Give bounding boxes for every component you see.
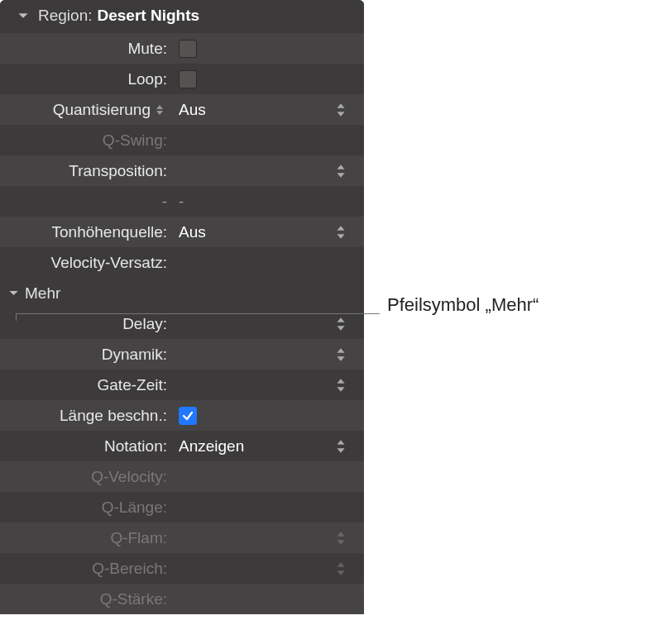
velocity-offset-label: Velocity-Versatz:	[0, 254, 174, 272]
clip-length-label: Länge beschn.:	[0, 407, 174, 425]
gate-stepper[interactable]	[336, 375, 349, 395]
pitchsource-stepper[interactable]	[336, 222, 349, 242]
callout-line-vertical	[16, 313, 17, 321]
row-dash: - -	[0, 186, 364, 217]
quantize-label: Quantisierung	[0, 101, 174, 119]
dynamik-stepper[interactable]	[336, 345, 349, 365]
row-loop: Loop:	[0, 64, 364, 94]
chevron-down-icon[interactable]	[15, 7, 31, 24]
transpose-label: Transposition:	[0, 162, 174, 180]
callout-text: Pfeilsymbol „Mehr“	[387, 294, 539, 316]
quantize-label-text: Quantisierung	[53, 101, 151, 119]
section-more[interactable]: Mehr	[0, 278, 364, 308]
region-prefix: Region:	[38, 7, 93, 25]
dynamik-label: Dynamik:	[0, 346, 174, 364]
loop-checkbox[interactable]	[179, 70, 197, 88]
clip-length-checkbox[interactable]	[179, 407, 197, 425]
mute-checkbox[interactable]	[179, 40, 197, 58]
delay-label: Delay:	[0, 315, 174, 333]
gate-label: Gate-Zeit:	[0, 376, 174, 394]
region-header: Region: Desert Nights	[0, 0, 364, 33]
row-mute: Mute:	[0, 33, 364, 64]
chevron-down-icon[interactable]	[5, 285, 22, 302]
qstrength-label: Q-Stärke:	[0, 590, 174, 608]
dash-left: -	[0, 193, 174, 211]
mute-label: Mute:	[0, 40, 174, 58]
dash-right: -	[174, 193, 184, 211]
row-qvelocity: Q-Velocity:	[0, 461, 364, 492]
parameter-rows: Mute: Loop: Quantisierung Aus	[0, 33, 364, 614]
notation-label: Notation:	[0, 437, 174, 456]
loop-label: Loop:	[0, 70, 174, 88]
row-qlength: Q-Länge:	[0, 492, 364, 522]
row-quantize: Quantisierung Aus	[0, 94, 364, 125]
notation-stepper[interactable]	[336, 436, 349, 456]
transpose-stepper[interactable]	[336, 161, 349, 181]
region-title: Desert Nights	[98, 7, 200, 25]
inspector-panel: Region: Desert Nights Mute: Loop: Quanti…	[0, 0, 364, 614]
pitchsource-value[interactable]: Aus	[179, 223, 206, 241]
row-qflam: Q-Flam:	[0, 522, 364, 553]
row-clip-length: Länge beschn.:	[0, 400, 364, 431]
qrange-label: Q-Bereich:	[0, 560, 174, 578]
callout-line	[16, 313, 380, 314]
row-qrange: Q-Bereich:	[0, 553, 364, 584]
qvelocity-label: Q-Velocity:	[0, 468, 174, 486]
quantize-value[interactable]: Aus	[179, 101, 206, 119]
row-dynamik: Dynamik:	[0, 339, 364, 370]
row-qstrength: Q-Stärke:	[0, 584, 364, 614]
quantize-stepper[interactable]	[336, 100, 349, 120]
delay-stepper[interactable]	[336, 314, 349, 334]
row-gate: Gate-Zeit:	[0, 370, 364, 400]
notation-value[interactable]: Anzeigen	[179, 437, 244, 456]
pitchsource-label: Tonhöhenquelle:	[0, 223, 174, 241]
qlength-label: Q-Länge:	[0, 499, 174, 517]
quantize-mini-stepper[interactable]	[156, 102, 167, 118]
section-more-label: Mehr	[25, 284, 60, 303]
row-transpose: Transposition:	[0, 155, 364, 186]
qflam-label: Q-Flam:	[0, 529, 174, 547]
row-qswing: Q-Swing:	[0, 125, 364, 155]
qrange-stepper[interactable]	[336, 559, 349, 579]
qswing-label: Q-Swing:	[0, 131, 174, 150]
qflam-stepper[interactable]	[336, 528, 349, 548]
row-velocity-offset: Velocity-Versatz:	[0, 247, 364, 278]
row-pitchsource: Tonhöhenquelle: Aus	[0, 217, 364, 247]
row-notation: Notation: Anzeigen	[0, 431, 364, 461]
